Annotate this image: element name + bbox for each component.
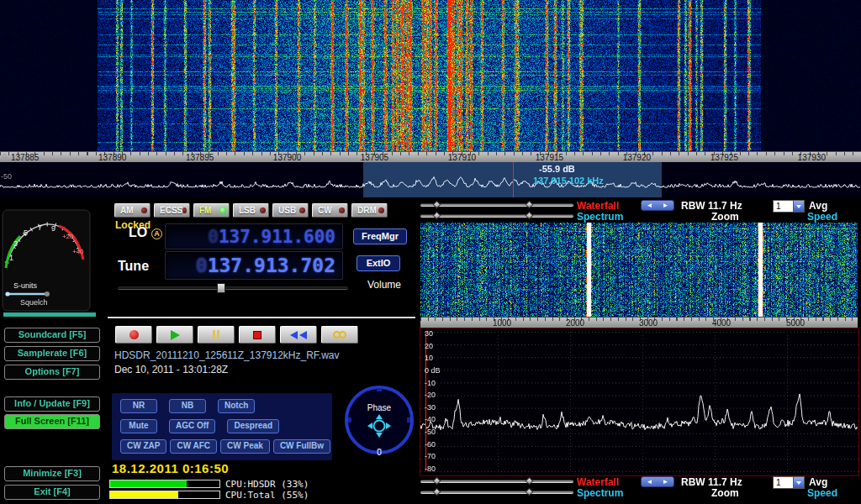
cw-zap-button[interactable]: CW ZAP [120,439,166,454]
volume-slider-thumb[interactable] [217,283,225,293]
frequency-ruler[interactable]: 1378851378901378951379001379051379101379… [0,151,861,162]
af-frequency-ruler[interactable]: 10002000300040005000 [420,317,858,328]
db-axis-label: 30 [425,330,441,338]
loop-button[interactable] [321,326,358,344]
lo-frequency-display[interactable]: 0137.911.600 [165,223,343,249]
freqmgr-button[interactable]: FreqMgr [353,228,407,244]
smeter-tick-7: 7 [38,223,42,232]
af-spectrum-display[interactable]: 3020100 dB-10-20-30-40-50-60-70-80 [420,328,859,476]
cw-afc-button[interactable]: CW AFC [170,439,217,454]
s-meter[interactable]: 1 3 5 7 9 +20 +40 S-units Squelch [2,209,91,312]
dsp-panel: NR NB Notch Mute AGC Off Despread CW ZAP… [112,393,332,460]
cw-fullbw-button[interactable]: CW FullBw [273,439,330,454]
info-update-button[interactable]: Info / Update [F9] [4,396,100,412]
slider-thumb[interactable] [526,201,534,209]
mode-drm-button[interactable]: DRM [351,203,388,218]
main-spectrum-display[interactable] [0,162,861,197]
volume-slider-track[interactable] [118,286,348,290]
mode-fm-button[interactable]: FM [193,203,230,218]
mute-button[interactable]: Mute [120,419,157,433]
mode-usb-button[interactable]: USB [272,203,309,218]
smeter-tick-plus20: +20 [62,233,74,240]
mode-button-row: AM ECSS FM LSB USB CW DRM [114,203,388,218]
control-panel: 1 3 5 7 9 +20 +40 S-units Squelch Soundc… [0,197,861,504]
main-waterfall-display[interactable] [0,0,861,151]
loop-icon [339,331,346,339]
brightness-slider-track[interactable] [420,203,573,207]
db-axis-label: 10 [425,354,441,362]
play-button[interactable] [156,326,193,344]
dropdown-arrow-icon[interactable] [793,477,804,488]
slider-thumb[interactable] [433,488,441,496]
recording-filename: HDSDR_20111210_125611Z_137912kHz_RF.wav [114,349,340,361]
af-ruler-tick-label: 1000 [493,318,511,328]
contrast-slider-track[interactable] [420,214,573,218]
signal-level-readout: -55.9 dB [539,164,575,174]
minimize-button[interactable]: Minimize [F3] [4,466,100,481]
ruler-tick-label: 137920 [623,153,651,162]
spectrum-db-max-label: 0 [3,152,7,160]
arrow-right-icon[interactable]: ► [663,478,669,486]
contrast-slider-track[interactable] [420,491,573,494]
stop-button[interactable] [239,326,276,344]
mode-ecss-button[interactable]: ECSS [154,203,190,218]
ruler-tick-label: 137925 [710,153,738,162]
mode-lsb-led-icon [260,207,266,213]
pause-button[interactable] [198,326,235,344]
lock-badge-icon[interactable]: A [151,228,162,239]
fullscreen-button[interactable]: Full Screen [F11] [4,414,100,429]
db-axis-label: -30 [425,404,441,412]
rewind-icon [290,331,298,339]
mode-am-button[interactable]: AM [114,203,151,218]
cw-peak-button[interactable]: CW Peak [220,439,270,454]
volume-slider[interactable] [118,283,348,293]
cpu-hdsdr-bar-fill [110,480,187,487]
nr-button[interactable]: NR [120,399,157,413]
slider-thumb[interactable] [433,201,441,209]
smeter-tick-9: 9 [51,224,55,233]
cpu-hdsdr-text: CPU:HDSDR (33%) [225,479,309,490]
slider-thumb[interactable] [433,477,441,486]
slider-thumb[interactable] [526,477,534,486]
smeter-units-label: S-units [13,281,38,290]
tune-frequency-display[interactable]: 0137.913.702 [165,251,343,280]
ruler-tick-label: 137885 [11,153,39,162]
rf-display-controls-bottom: Waterfall Spectrum ◄ ► RBW 11.7 Hz Zoom … [419,476,861,499]
avg-select[interactable]: 1 [773,476,805,489]
speed-label: Speed [807,211,837,223]
soundcard-button[interactable]: Soundcard [F5] [4,328,100,343]
exit-button[interactable]: Exit [F4] [4,485,100,500]
samplerate-button[interactable]: Samplerate [F6] [4,346,100,361]
slider-thumb[interactable] [433,212,441,220]
options-button[interactable]: Options [F7] [4,365,100,380]
mode-lsb-button[interactable]: LSB [233,203,269,218]
mode-cw-button[interactable]: CW [312,203,348,218]
zoom-arrows[interactable]: ◄ ► [641,476,674,487]
arrow-left-icon[interactable]: ◄ [647,478,653,486]
despread-button[interactable]: Despread [227,419,279,433]
main-spectrum-canvas[interactable] [0,162,861,197]
dropdown-arrow-icon[interactable] [793,201,804,212]
avg-select[interactable]: 1 [773,200,805,213]
extio-button[interactable]: ExtIO [357,255,400,271]
record-button[interactable] [115,326,152,344]
stop-icon [253,331,261,339]
level-indicator-bar [3,312,96,317]
db-axis-label: -60 [425,441,441,449]
pause-icon [213,330,215,339]
ruler-tick-label: 137905 [361,153,388,162]
nb-button[interactable]: NB [169,399,206,413]
af-waterfall-display[interactable] [420,223,858,317]
af-spectrum-canvas[interactable] [420,328,858,475]
db-axis-label: -70 [425,453,441,460]
arrow-left-icon[interactable]: ◄ [647,202,653,209]
brightness-slider-track[interactable] [420,480,573,483]
arrow-right-icon[interactable]: ► [663,202,669,209]
notch-button[interactable]: Notch [218,399,255,413]
slider-thumb[interactable] [526,488,534,496]
spectrum-label: Spectrum [577,487,623,499]
zoom-arrows[interactable]: ◄ ► [641,200,674,211]
slider-thumb[interactable] [526,212,534,220]
rewind-button[interactable] [280,326,317,344]
agc-button[interactable]: AGC Off [169,419,215,433]
